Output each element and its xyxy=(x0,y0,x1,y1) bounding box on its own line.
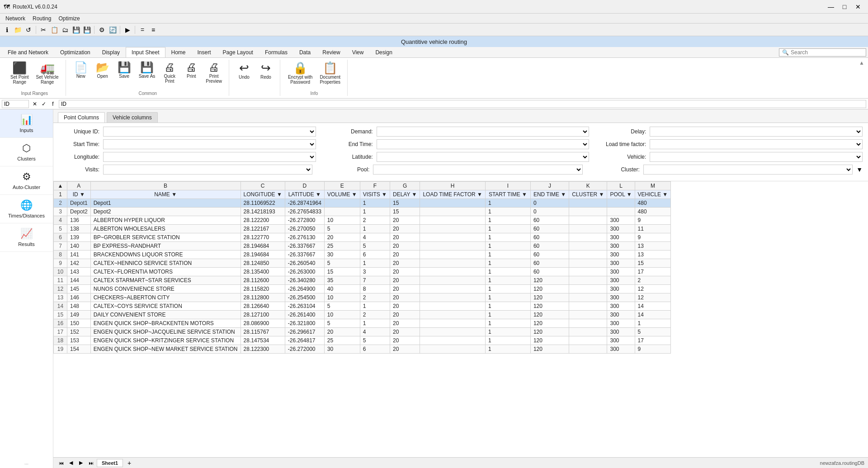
cell-latitude[interactable]: -26.27654833 xyxy=(285,208,324,216)
cell-name[interactable]: CALTEX STARMART~STAR SERVICES xyxy=(90,276,241,285)
cell-delay[interactable]: 20 xyxy=(390,242,420,251)
cell-start[interactable]: 1 xyxy=(485,259,530,268)
cell-end[interactable]: 60 xyxy=(530,268,569,276)
col-header-g[interactable]: G xyxy=(390,182,420,190)
tab-optimization[interactable]: Optimization xyxy=(54,47,96,57)
cell-longitude[interactable]: 28.115820 xyxy=(241,285,285,293)
tab-view[interactable]: View xyxy=(346,47,370,57)
cell-volume[interactable]: 25 xyxy=(324,242,360,251)
cell-vehicle[interactable]: 14 xyxy=(635,302,671,311)
cell-id[interactable]: 154 xyxy=(67,345,91,354)
cell-vehicle[interactable]: 17 xyxy=(635,268,671,276)
cell-longitude[interactable]: 28.127100 xyxy=(241,311,285,319)
qa-save-button[interactable]: 💾 xyxy=(71,25,81,35)
cell-volume[interactable]: 25 xyxy=(324,336,360,345)
cell-start[interactable]: 1 xyxy=(485,345,530,354)
cell-delay[interactable]: 20 xyxy=(390,345,420,354)
table-row[interactable]: 8 141 BRACKENDOWNS LIQUOR STORE 28.19468… xyxy=(54,251,671,259)
cell-pool[interactable]: 300 xyxy=(607,268,635,276)
cell-end[interactable]: 60 xyxy=(530,233,569,242)
cell-name[interactable]: BP EXPRESS~RANDHART xyxy=(90,242,241,251)
cell-volume[interactable]: 20 xyxy=(324,233,360,242)
cell-ltf[interactable] xyxy=(420,328,485,336)
print-preview-button[interactable]: 🖨 PrintPreview xyxy=(203,60,225,86)
cell-name[interactable]: DAILY CONVENIENT STORE xyxy=(90,311,241,319)
tab-design[interactable]: Design xyxy=(369,47,398,57)
cell-longitude[interactable]: 28.194684 xyxy=(241,251,285,259)
end-time-select[interactable] xyxy=(377,139,590,149)
cell-pool[interactable]: 300 xyxy=(607,216,635,225)
start-time-select[interactable] xyxy=(103,139,316,149)
cell-longitude[interactable]: 28.14218193 xyxy=(241,208,285,216)
cell-end[interactable]: 120 xyxy=(530,302,569,311)
col-header-m[interactable]: M xyxy=(635,182,671,190)
formula-function-button[interactable]: f xyxy=(49,100,57,108)
cell-delay[interactable]: 15 xyxy=(390,199,420,208)
table-row[interactable]: 3 Depot2 Depot2 28.14218193 -26.27654833… xyxy=(54,208,671,216)
cell-cluster[interactable] xyxy=(569,268,607,276)
cell-latitude[interactable]: -26.270050 xyxy=(285,225,324,233)
col-header-l[interactable]: L xyxy=(607,182,635,190)
set-vehicle-range-button[interactable]: 🚛 Set VehicleRange xyxy=(33,60,62,87)
cell-ltf[interactable] xyxy=(420,336,485,345)
cell-latitude[interactable]: -26.337667 xyxy=(285,242,324,251)
cell-visits[interactable]: 2 xyxy=(360,293,390,302)
cell-visits[interactable]: 3 xyxy=(360,268,390,276)
formula-cancel-button[interactable]: ✕ xyxy=(31,100,39,108)
cell-cluster[interactable] xyxy=(569,242,607,251)
col-header-a[interactable]: A xyxy=(67,182,91,190)
cell-end[interactable]: 0 xyxy=(530,199,569,208)
cell-cluster[interactable] xyxy=(569,276,607,285)
sheet-tab-1[interactable]: Sheet1 xyxy=(97,459,123,467)
col-longitude-header[interactable]: LONGITUDE ▼ xyxy=(241,190,285,199)
cell-id[interactable]: 144 xyxy=(67,276,91,285)
new-button[interactable]: 📄 New xyxy=(71,60,91,81)
delay-select[interactable] xyxy=(650,127,863,137)
tab-page-layout[interactable]: Page Layout xyxy=(217,47,259,57)
col-header-j[interactable]: J xyxy=(530,182,569,190)
nav-prev-button[interactable]: ◀ xyxy=(67,459,75,467)
cell-name[interactable]: CALTEX~HENNICO SERVICE STATION xyxy=(90,259,241,268)
qa-undo-button[interactable]: ↺ xyxy=(24,25,33,35)
cell-ltf[interactable] xyxy=(420,199,485,208)
cell-longitude[interactable]: 28.086900 xyxy=(241,319,285,328)
qa-save2-button[interactable]: 💾 xyxy=(82,25,92,35)
panel-tab-point-columns[interactable]: Point Columns xyxy=(58,112,105,123)
cell-vehicle[interactable]: 11 xyxy=(635,225,671,233)
cell-cluster[interactable] xyxy=(569,208,607,216)
cell-end[interactable]: 120 xyxy=(530,336,569,345)
cell-latitude[interactable]: -26.264900 xyxy=(285,285,324,293)
cell-volume[interactable] xyxy=(324,199,360,208)
cell-name[interactable]: NUNOS CONVENIENCE STORE xyxy=(90,285,241,293)
latitude-select[interactable] xyxy=(377,152,590,162)
qa-settings-button[interactable]: ⚙ xyxy=(97,25,107,35)
table-row[interactable]: 14 148 CALTEX~COYS SERVICE STATION 28.12… xyxy=(54,302,671,311)
cell-end[interactable]: 120 xyxy=(530,311,569,319)
cell-delay[interactable]: 20 xyxy=(390,302,420,311)
cell-name[interactable]: CALTEX~COYS SERVICE STATION xyxy=(90,302,241,311)
demand-select[interactable] xyxy=(377,127,590,137)
tab-home[interactable]: Home xyxy=(165,47,192,57)
cell-volume[interactable]: 40 xyxy=(324,285,360,293)
cell-start[interactable]: 1 xyxy=(485,302,530,311)
cell-visits[interactable]: 7 xyxy=(360,276,390,285)
qa-copy-button[interactable]: 📋 xyxy=(49,25,59,35)
unique-id-select[interactable] xyxy=(103,127,316,137)
cell-name[interactable]: Depot2 xyxy=(90,208,241,216)
cell-longitude[interactable]: 28.112600 xyxy=(241,276,285,285)
ribbon-expand[interactable]: ▲ xyxy=(859,60,864,68)
cell-latitude[interactable]: -26.28741964 xyxy=(285,199,324,208)
cell-visits[interactable]: 2 xyxy=(360,311,390,319)
cell-start[interactable]: 1 xyxy=(485,285,530,293)
cell-longitude[interactable]: 28.122300 xyxy=(241,345,285,354)
cell-vehicle[interactable]: 12 xyxy=(635,285,671,293)
cell-delay[interactable]: 20 xyxy=(390,285,420,293)
cell-visits[interactable]: 4 xyxy=(360,328,390,336)
cell-end[interactable]: 120 xyxy=(530,345,569,354)
cell-delay[interactable]: 20 xyxy=(390,268,420,276)
col-header-f[interactable]: F xyxy=(360,182,390,190)
cell-cluster[interactable] xyxy=(569,328,607,336)
cell-vehicle[interactable]: 5 xyxy=(635,328,671,336)
cell-cluster[interactable] xyxy=(569,319,607,328)
cell-longitude[interactable]: 28.115767 xyxy=(241,328,285,336)
